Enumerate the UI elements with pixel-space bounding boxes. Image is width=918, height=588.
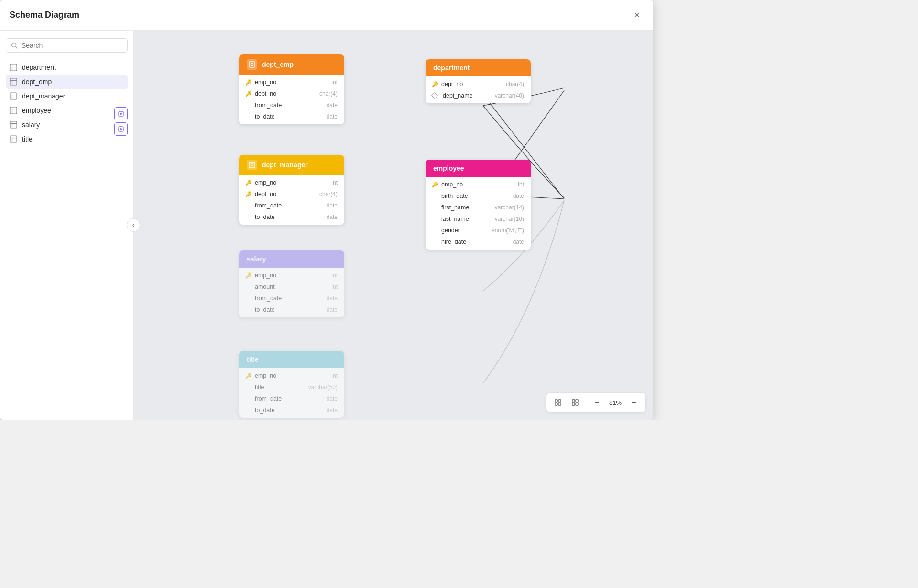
diamond-icon [431,92,438,99]
table-row: from_date date [239,393,344,404]
table-icon [10,121,17,129]
table-icon [10,92,17,100]
table-department: department 🔑 dept_no char(4) dept_name [426,59,531,103]
svg-rect-15 [10,107,17,114]
table-row: 🔑 emp_no int [239,270,344,281]
close-button[interactable]: × [630,8,644,22]
sidebar-label-dept-emp: dept_emp [22,78,52,86]
sidebar-item-employee[interactable]: employee [6,103,128,118]
table-row: 🔑 emp_no int [239,76,344,88]
table-row: from_date date [239,200,344,211]
dept-manager-icon [247,160,257,170]
dept-emp-icon [247,59,257,70]
key-icon: 🔑 [432,182,438,187]
zoom-level: 81% [607,399,623,406]
svg-rect-32 [572,400,575,402]
table-name-title: title [247,356,259,363]
sidebar-label-employee: employee [22,107,51,114]
svg-rect-28 [555,400,557,402]
action-icon-btn-2[interactable] [114,122,128,136]
table-row: hire_date date [426,236,531,248]
modal-body: department dept_emp [0,31,653,420]
svg-rect-21 [10,136,17,142]
table-employee: employee 🔑 emp_no int birth_date [426,160,531,250]
toolbar-divider [586,398,586,407]
sidebar-collapse-button[interactable]: ‹ [127,218,140,232]
action-icon-btn-1[interactable] [114,107,128,120]
sidebar-item-dept-emp[interactable]: dept_emp [6,75,128,89]
center-icon [118,110,124,117]
table-header-department: department [426,59,531,76]
table-row: 🔑 dept_no char(4) [239,188,344,200]
employee-body: 🔑 emp_no int birth_date date [426,177,531,250]
table-row: 🔑 dept_no char(4) [239,88,344,99]
key-icon: 🔑 [246,79,251,85]
key-icon: 🔑 [246,191,251,197]
table-row: to_date date [239,304,344,316]
sidebar-item-department[interactable]: department [6,60,128,75]
table-row: to_date date [239,404,344,416]
table-header-dept-manager: dept_manager [239,155,344,175]
table-row: 🔑 emp_no int [239,177,344,188]
focus-icon [118,126,124,132]
svg-rect-26 [249,162,255,168]
svg-rect-30 [555,403,557,405]
table-row: 🔑 emp_no int [426,179,531,190]
search-box[interactable] [6,38,128,53]
table-name-salary: salary [247,255,266,263]
key-icon: 🔑 [432,81,438,87]
key-icon: 🔑 [246,180,251,185]
key-icon: 🔑 [246,91,251,97]
zoom-in-button[interactable]: + [627,396,641,409]
svg-point-27 [251,164,253,166]
zoom-out-button[interactable]: − [590,396,603,409]
dept-emp-body: 🔑 emp_no int 🔑 dept_no char(4) [239,75,344,124]
sidebar-label-salary: salary [22,121,40,129]
table-icon [10,135,17,143]
table-header-salary: salary [239,250,344,268]
grid-button[interactable] [568,396,582,409]
table-icon [10,78,17,86]
table-header-employee: employee [426,160,531,177]
table-icon [10,64,17,71]
fit-view-button[interactable] [551,396,565,409]
table-row: last_name varchar(16) [426,213,531,225]
sidebar-item-title[interactable]: title [6,132,128,146]
sidebar-label-title: title [22,135,33,143]
title-body: 🔑 emp_no int title varchar(50) [239,368,344,418]
svg-point-11 [120,128,122,130]
table-header-dept-emp: dept_emp [239,54,344,75]
modal-header: Schema Diagram × [0,0,653,31]
canvas-toolbar: − 81% + [546,393,645,412]
key-icon: 🔑 [246,373,251,379]
svg-point-9 [120,113,122,115]
sidebar: department dept_emp [0,31,134,420]
sidebar-label-department: department [22,64,56,71]
table-row: 🔑 dept_no char(4) [426,78,531,90]
table-dept-manager: dept_manager 🔑 emp_no int 🔑 dept_no [239,155,344,225]
svg-rect-24 [249,62,255,67]
schema-diagram-modal: Schema Diagram × department [0,0,653,420]
table-name-department: department [433,64,470,72]
table-name-employee: employee [433,164,464,172]
table-row: from_date date [239,99,344,111]
table-row: birth_date date [426,190,531,202]
sidebar-item-salary[interactable]: salary [6,118,128,132]
key-icon: 🔑 [246,272,251,278]
diagram-canvas[interactable]: dept_emp 🔑 emp_no int 🔑 dept_no [134,31,653,420]
table-row: title varchar(50) [239,381,344,393]
svg-rect-31 [558,403,561,405]
table-name-dept-manager: dept_manager [262,161,308,169]
department-body: 🔑 dept_no char(4) dept_name varchar(40) [426,76,531,103]
svg-rect-34 [572,403,575,405]
svg-rect-35 [576,403,578,405]
table-row: gender enum('M','F') [426,225,531,236]
svg-rect-5 [10,78,17,85]
salary-body: 🔑 emp_no int amount int [239,268,344,317]
search-icon [11,42,18,49]
sidebar-item-dept-manager[interactable]: dept_manager [6,89,128,103]
svg-line-1 [16,47,18,49]
modal-title: Schema Diagram [10,10,79,20]
search-input[interactable] [22,42,122,49]
table-row: to_date date [239,211,344,223]
